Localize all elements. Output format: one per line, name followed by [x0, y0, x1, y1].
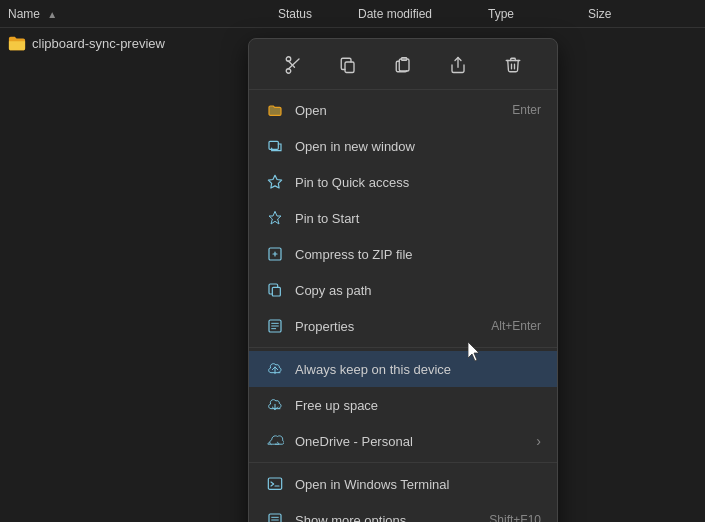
- onedrive-label: OneDrive - Personal: [295, 434, 532, 449]
- col-name-header[interactable]: Name ▲: [8, 7, 278, 21]
- copy-path-label: Copy as path: [295, 283, 541, 298]
- pin-start-label: Pin to Start: [295, 211, 541, 226]
- context-menu: Open Enter Open in new window Pin to Qui…: [248, 38, 558, 522]
- menu-item-open-new-window[interactable]: Open in new window: [249, 128, 557, 164]
- menu-item-compress-zip[interactable]: Compress to ZIP file: [249, 236, 557, 272]
- new-window-icon: [265, 136, 285, 156]
- onedrive-icon: [265, 431, 285, 451]
- svg-rect-20: [269, 514, 281, 522]
- pin-star-icon: [265, 172, 285, 192]
- onedrive-arrow-icon: ›: [536, 433, 541, 449]
- separator-2: [249, 462, 557, 463]
- svg-rect-18: [268, 478, 281, 489]
- file-name: clipboard-sync-preview: [32, 36, 165, 51]
- cloud-free-icon: [265, 395, 285, 415]
- open-icon: [265, 100, 285, 120]
- open-shortcut: Enter: [512, 103, 541, 117]
- paste-button[interactable]: [387, 49, 419, 81]
- delete-button[interactable]: [497, 49, 529, 81]
- share-button[interactable]: [442, 49, 474, 81]
- menu-item-always-keep[interactable]: Always keep on this device: [249, 351, 557, 387]
- compress-zip-label: Compress to ZIP file: [295, 247, 541, 262]
- col-type-header[interactable]: Type: [488, 7, 588, 21]
- menu-item-open-terminal[interactable]: Open in Windows Terminal: [249, 466, 557, 502]
- svg-marker-9: [268, 175, 281, 188]
- menu-item-onedrive[interactable]: OneDrive - Personal ›: [249, 423, 557, 459]
- terminal-icon: [265, 474, 285, 494]
- open-terminal-label: Open in Windows Terminal: [295, 477, 541, 492]
- pin-icon: [265, 208, 285, 228]
- copy-button[interactable]: [332, 49, 364, 81]
- free-space-label: Free up space: [295, 398, 541, 413]
- menu-item-free-space[interactable]: Free up space: [249, 387, 557, 423]
- svg-rect-11: [272, 287, 280, 296]
- more-options-icon: [265, 510, 285, 522]
- cut-button[interactable]: [277, 49, 309, 81]
- compress-icon: [265, 244, 285, 264]
- cloud-keep-icon: [265, 359, 285, 379]
- menu-item-pin-quick[interactable]: Pin to Quick access: [249, 164, 557, 200]
- sort-arrow: ▲: [47, 9, 57, 20]
- col-size-header[interactable]: Size: [588, 7, 668, 21]
- col-status-header[interactable]: Status: [278, 7, 358, 21]
- menu-item-properties[interactable]: Properties Alt+Enter: [249, 308, 557, 344]
- svg-rect-8: [269, 141, 278, 149]
- folder-icon: [8, 34, 26, 52]
- copy-path-icon: [265, 280, 285, 300]
- properties-icon: [265, 316, 285, 336]
- menu-item-copy-path[interactable]: Copy as path: [249, 272, 557, 308]
- ctx-toolbar: [249, 43, 557, 90]
- always-keep-label: Always keep on this device: [295, 362, 541, 377]
- explorer-header: Name ▲ Status Date modified Type Size: [0, 0, 705, 28]
- pin-quick-label: Pin to Quick access: [295, 175, 541, 190]
- menu-item-pin-start[interactable]: Pin to Start: [249, 200, 557, 236]
- properties-label: Properties: [295, 319, 483, 334]
- show-more-label: Show more options: [295, 513, 481, 523]
- menu-item-open[interactable]: Open Enter: [249, 92, 557, 128]
- col-date-header[interactable]: Date modified: [358, 7, 488, 21]
- menu-item-show-more[interactable]: Show more options Shift+F10: [249, 502, 557, 522]
- svg-rect-4: [345, 62, 354, 73]
- separator-1: [249, 347, 557, 348]
- show-more-shortcut: Shift+F10: [489, 513, 541, 522]
- open-label: Open: [295, 103, 504, 118]
- properties-shortcut: Alt+Enter: [491, 319, 541, 333]
- open-new-window-label: Open in new window: [295, 139, 541, 154]
